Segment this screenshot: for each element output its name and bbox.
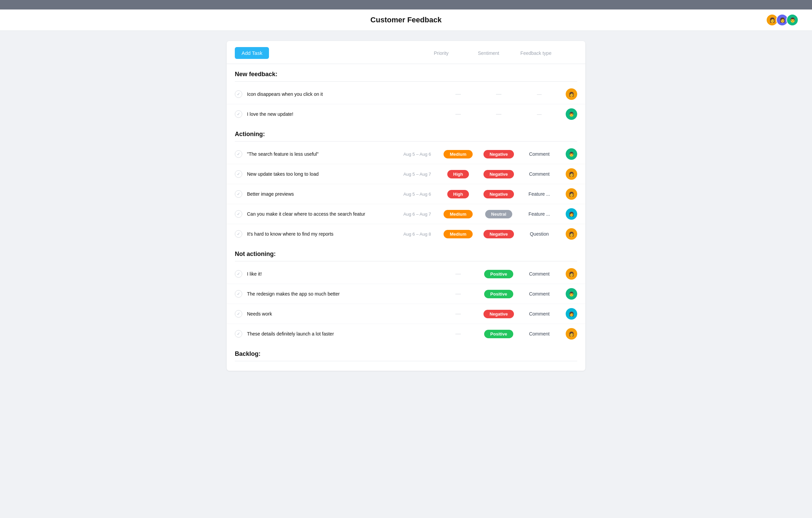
avatar: 👩 bbox=[566, 228, 577, 240]
feedback-type-cell: Comment bbox=[519, 171, 560, 177]
table-row: ✓I love the new update!———👨 bbox=[227, 104, 585, 124]
toolbar: Add Task Priority Sentiment Feedback typ… bbox=[227, 41, 585, 64]
checkbox-icon[interactable]: ✓ bbox=[235, 90, 242, 98]
checkbox-icon[interactable]: ✓ bbox=[235, 290, 242, 298]
priority-badge: Medium bbox=[444, 150, 472, 158]
top-bar bbox=[0, 0, 812, 9]
sentiment-badge: Negative bbox=[483, 190, 514, 198]
task-name: The redesign makes the app so much bette… bbox=[247, 291, 397, 297]
table-row: ✓The redesign makes the app so much bett… bbox=[227, 284, 585, 304]
avatar: 👨 bbox=[566, 108, 577, 120]
empty-val: — bbox=[455, 311, 461, 317]
table-row: ✓These details definitely launch a lot f… bbox=[227, 324, 585, 344]
col-header-feedback-type: Feedback type bbox=[512, 50, 560, 56]
col-header-avatar bbox=[560, 50, 577, 56]
priority-badge: High bbox=[447, 170, 469, 178]
sentiment-badge: Neutral bbox=[485, 210, 513, 218]
checkbox-icon[interactable]: ✓ bbox=[235, 310, 242, 318]
sentiment-cell: Neutral bbox=[478, 210, 519, 218]
header-avatars: 👩 👩 👨 bbox=[766, 14, 798, 26]
page-title: Customer Feedback bbox=[370, 16, 442, 24]
sentiment-badge: Positive bbox=[484, 330, 513, 338]
sentiment-badge: Positive bbox=[484, 270, 513, 278]
section-title: Backlog: bbox=[235, 350, 577, 361]
avatar-cell: 👩 bbox=[560, 208, 577, 220]
task-date: Aug 5 – Aug 6 bbox=[397, 192, 431, 197]
checkbox-icon[interactable]: ✓ bbox=[235, 170, 242, 178]
feedback-type-cell: Comment bbox=[519, 271, 560, 277]
feedback-type-cell: — bbox=[519, 91, 560, 97]
checkbox-icon[interactable]: ✓ bbox=[235, 190, 242, 198]
empty-val: — bbox=[455, 91, 461, 97]
sentiment-badge: Negative bbox=[483, 170, 514, 178]
section-title: Actioning: bbox=[235, 131, 577, 142]
add-task-button[interactable]: Add Task bbox=[235, 47, 269, 59]
checkbox-icon[interactable]: ✓ bbox=[235, 210, 242, 218]
checkbox-icon[interactable]: ✓ bbox=[235, 150, 242, 158]
task-name: These details definitely launch a lot fa… bbox=[247, 331, 397, 337]
main-content: Add Task Priority Sentiment Feedback typ… bbox=[227, 41, 585, 371]
empty-val: — bbox=[455, 271, 461, 277]
sentiment-badge: Positive bbox=[484, 290, 513, 298]
table-row: ✓It's hard to know where to find my repo… bbox=[227, 224, 585, 244]
avatar: 👩 bbox=[566, 308, 577, 320]
sentiment-cell: Positive bbox=[478, 330, 519, 338]
sentiment-cell: Positive bbox=[478, 270, 519, 278]
priority-cell: Medium bbox=[438, 230, 478, 238]
feedback-type-cell: Question bbox=[519, 231, 560, 237]
section-backlog: Backlog: bbox=[227, 344, 585, 364]
feedback-type-cell: Comment bbox=[519, 331, 560, 337]
sentiment-cell: Negative bbox=[478, 190, 519, 198]
section-title: New feedback: bbox=[235, 71, 577, 82]
feedback-type-cell: Comment bbox=[519, 291, 560, 297]
section-not-actioning: Not actioning:✓I like it!—PositiveCommen… bbox=[227, 244, 585, 344]
priority-cell: — bbox=[438, 331, 478, 337]
section-header: New feedback: bbox=[227, 64, 585, 84]
priority-cell: — bbox=[438, 291, 478, 297]
section-new-feedback: New feedback:✓Icon disappears when you c… bbox=[227, 64, 585, 124]
avatar: 👩 bbox=[566, 188, 577, 200]
sentiment-cell: — bbox=[478, 111, 519, 117]
section-title: Not actioning: bbox=[235, 251, 577, 261]
table-row: ✓Needs work—NegativeComment👩 bbox=[227, 304, 585, 324]
checkbox-icon[interactable]: ✓ bbox=[235, 230, 242, 238]
avatar-cell: 👩 bbox=[560, 228, 577, 240]
sentiment-cell: — bbox=[478, 91, 519, 97]
priority-cell: High bbox=[438, 170, 478, 178]
feedback-type-cell: Comment bbox=[519, 311, 560, 317]
empty-val: — bbox=[455, 331, 461, 337]
checkbox-icon[interactable]: ✓ bbox=[235, 110, 242, 118]
section-actioning: Actioning:✓"The search feature is less u… bbox=[227, 124, 585, 244]
col-header-sentiment: Sentiment bbox=[465, 50, 512, 56]
task-name: It's hard to know where to find my repor… bbox=[247, 231, 397, 237]
priority-cell: — bbox=[438, 311, 478, 317]
avatar-cell: 👩 bbox=[560, 188, 577, 200]
avatar: 👩 bbox=[566, 168, 577, 180]
table-row: ✓Better image previewsAug 5 – Aug 6HighN… bbox=[227, 184, 585, 204]
feedback-type-cell: Feature ... bbox=[519, 211, 560, 217]
avatar: 👨 bbox=[566, 148, 577, 160]
empty-val: — bbox=[496, 111, 501, 117]
task-name: Icon disappears when you click on it bbox=[247, 91, 397, 97]
checkbox-icon[interactable]: ✓ bbox=[235, 330, 242, 338]
table-row: ✓Can you make it clear where to access t… bbox=[227, 204, 585, 224]
sentiment-badge: Negative bbox=[483, 150, 514, 158]
empty-val: — bbox=[455, 111, 461, 117]
feedback-type-cell: Feature ... bbox=[519, 191, 560, 197]
avatar: 👨 bbox=[786, 14, 798, 26]
avatar-cell: 👨 bbox=[560, 108, 577, 120]
priority-cell: High bbox=[438, 190, 478, 198]
avatar: 👨 bbox=[566, 288, 577, 300]
task-name: I love the new update! bbox=[247, 111, 397, 117]
section-header: Backlog: bbox=[227, 344, 585, 364]
task-name: "The search feature is less useful" bbox=[247, 151, 397, 157]
sentiment-cell: Negative bbox=[478, 150, 519, 158]
sentiment-badge: Negative bbox=[483, 310, 514, 318]
avatar-cell: 👩 bbox=[560, 268, 577, 280]
task-date: Aug 6 – Aug 7 bbox=[397, 212, 431, 217]
sections-container: New feedback:✓Icon disappears when you c… bbox=[227, 64, 585, 364]
avatar: 👩 bbox=[566, 88, 577, 100]
avatar-cell: 👩 bbox=[560, 308, 577, 320]
checkbox-icon[interactable]: ✓ bbox=[235, 270, 242, 278]
feedback-type-cell: Comment bbox=[519, 151, 560, 157]
